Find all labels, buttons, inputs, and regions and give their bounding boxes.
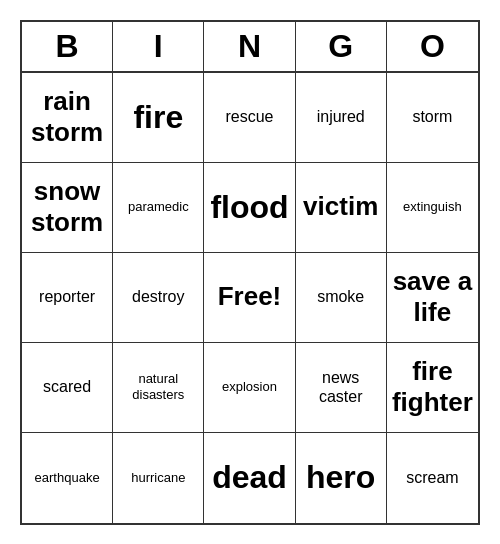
cell-text: news caster (300, 368, 382, 406)
bingo-grid: rain stormfirerescueinjuredstormsnow sto… (22, 73, 478, 523)
cell-text: rescue (225, 107, 273, 126)
bingo-cell[interactable]: Free! (204, 253, 295, 343)
bingo-cell[interactable]: hero (296, 433, 387, 523)
bingo-cell[interactable]: flood (204, 163, 295, 253)
bingo-cell[interactable]: victim (296, 163, 387, 253)
bingo-cell[interactable]: injured (296, 73, 387, 163)
cell-text: paramedic (128, 199, 189, 215)
cell-text: victim (303, 191, 378, 222)
bingo-cell[interactable]: destroy (113, 253, 204, 343)
bingo-cell[interactable]: scared (22, 343, 113, 433)
bingo-card: BINGO rain stormfirerescueinjuredstormsn… (20, 20, 480, 525)
bingo-cell[interactable]: news caster (296, 343, 387, 433)
cell-text: hero (306, 458, 375, 496)
bingo-cell[interactable]: scream (387, 433, 478, 523)
header-letter: N (204, 22, 295, 71)
cell-text: earthquake (35, 470, 100, 486)
bingo-cell[interactable]: earthquake (22, 433, 113, 523)
cell-text: dead (212, 458, 287, 496)
bingo-cell[interactable]: fire (113, 73, 204, 163)
bingo-cell[interactable]: fire fighter (387, 343, 478, 433)
bingo-cell[interactable]: dead (204, 433, 295, 523)
cell-text: explosion (222, 379, 277, 395)
cell-text: destroy (132, 287, 184, 306)
cell-text: flood (210, 188, 288, 226)
cell-text: fire fighter (391, 356, 474, 418)
bingo-cell[interactable]: hurricane (113, 433, 204, 523)
bingo-cell[interactable]: snow storm (22, 163, 113, 253)
header-letter: O (387, 22, 478, 71)
bingo-cell[interactable]: rescue (204, 73, 295, 163)
bingo-cell[interactable]: natural disasters (113, 343, 204, 433)
cell-text: natural disasters (117, 371, 199, 402)
cell-text: extinguish (403, 199, 462, 215)
header-letter: I (113, 22, 204, 71)
cell-text: snow storm (26, 176, 108, 238)
bingo-cell[interactable]: explosion (204, 343, 295, 433)
cell-text: scared (43, 377, 91, 396)
header-letter: G (296, 22, 387, 71)
cell-text: Free! (218, 281, 282, 312)
bingo-cell[interactable]: storm (387, 73, 478, 163)
bingo-cell[interactable]: rain storm (22, 73, 113, 163)
cell-text: reporter (39, 287, 95, 306)
bingo-cell[interactable]: paramedic (113, 163, 204, 253)
header-letter: B (22, 22, 113, 71)
cell-text: injured (317, 107, 365, 126)
cell-text: hurricane (131, 470, 185, 486)
bingo-cell[interactable]: extinguish (387, 163, 478, 253)
bingo-cell[interactable]: smoke (296, 253, 387, 343)
cell-text: smoke (317, 287, 364, 306)
bingo-header: BINGO (22, 22, 478, 73)
cell-text: save a life (391, 266, 474, 328)
cell-text: rain storm (26, 86, 108, 148)
cell-text: fire (133, 98, 183, 136)
bingo-cell[interactable]: reporter (22, 253, 113, 343)
cell-text: scream (406, 468, 458, 487)
cell-text: storm (412, 107, 452, 126)
bingo-cell[interactable]: save a life (387, 253, 478, 343)
